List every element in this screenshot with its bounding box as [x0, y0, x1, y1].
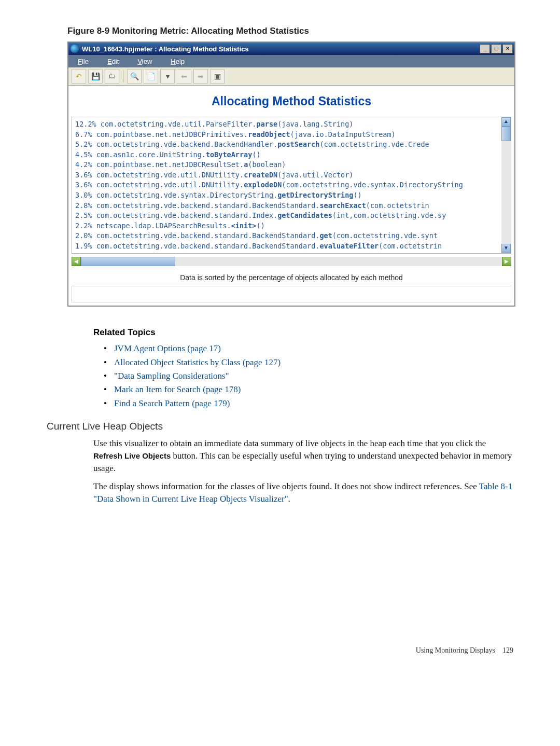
- page-footer: Using Monitoring Displays 129: [0, 543, 560, 670]
- scroll-down-icon[interactable]: ▼: [501, 244, 511, 253]
- stat-row[interactable]: 5.2% com.octetstring.vde.backend.Backend…: [75, 140, 500, 150]
- app-icon: [71, 45, 79, 53]
- scroll-track-vertical[interactable]: [501, 141, 511, 244]
- stat-row[interactable]: 12.2% com.octetstring.vde.util.ParseFilt…: [75, 119, 500, 130]
- menu-help[interactable]: Help: [161, 58, 194, 65]
- stat-row[interactable]: 1.9% com.octetstring.vde.backend.standar…: [75, 241, 500, 252]
- menu-file[interactable]: File: [68, 58, 98, 65]
- related-topics-item: Find a Search Pattern (page 179): [104, 397, 513, 410]
- statistics-list: 12.2% com.octetstring.vde.util.ParseFilt…: [72, 117, 501, 253]
- app-window: WL10_16643.hpjmeter : Allocating Method …: [67, 42, 515, 307]
- forward-icon[interactable]: ➡: [193, 69, 208, 84]
- section-heading: Current Live Heap Objects: [47, 421, 513, 432]
- scroll-thumb-vertical[interactable]: [501, 127, 511, 141]
- figure-caption: Figure 8-9 Monitoring Metric: Allocating…: [67, 26, 513, 36]
- minimize-button[interactable]: _: [480, 44, 490, 53]
- stat-row[interactable]: 2.5% com.octetstring.vde.backend.standar…: [75, 211, 500, 221]
- stat-row[interactable]: 4.5% com.asn1c.core.UnitString.toByteArr…: [75, 150, 500, 160]
- undo-icon[interactable]: ↶: [72, 69, 86, 84]
- related-topics-item: JVM Agent Options (page 17): [104, 342, 513, 355]
- toolbar: ↶ 💾 🗂 🔍 📄 ▾ ⬅ ➡ ▣: [68, 67, 514, 86]
- window-title: WL10_16643.hpjmeter : Allocating Method …: [81, 45, 480, 53]
- stat-row[interactable]: 2.2% netscape.ldap.LDAPSearchResults.<in…: [75, 221, 500, 231]
- content-body: 12.2% com.octetstring.vde.util.ParseFilt…: [72, 117, 511, 254]
- related-link[interactable]: "Data Sampling Considerations": [114, 371, 229, 381]
- scroll-up-icon[interactable]: ▲: [501, 117, 511, 127]
- related-link[interactable]: Find a Search Pattern (page 179): [114, 398, 230, 408]
- filter-icon[interactable]: ▾: [160, 69, 175, 84]
- close-button[interactable]: ×: [502, 44, 513, 53]
- scroll-track-horizontal[interactable]: [81, 257, 502, 266]
- stat-row[interactable]: 3.0% com.octetstring.vde.syntax.Director…: [75, 190, 500, 201]
- stat-row[interactable]: 3.6% com.octetstring.vde.util.DNUtility.…: [75, 180, 500, 190]
- save-all-icon[interactable]: 🗂: [105, 69, 119, 84]
- stat-row[interactable]: 2.8% com.octetstring.vde.backend.standar…: [75, 201, 500, 211]
- related-topics-item: "Data Sampling Considerations": [104, 369, 513, 383]
- related-link[interactable]: JVM Agent Options (page 17): [114, 343, 221, 353]
- related-topics-heading: Related Topics: [93, 327, 513, 338]
- menu-view[interactable]: View: [128, 58, 161, 65]
- collapse-icon[interactable]: ▣: [210, 69, 225, 84]
- scroll-left-icon[interactable]: ◀: [72, 257, 81, 266]
- refresh-live-objects-label: Refresh Live Objects: [93, 451, 171, 460]
- horizontal-scrollbar[interactable]: ◀ ▶: [72, 257, 511, 266]
- related-link[interactable]: Mark an Item for Search (page 178): [114, 384, 241, 394]
- menubar: File Edit View Help: [68, 55, 514, 67]
- window-titlebar: WL10_16643.hpjmeter : Allocating Method …: [68, 43, 514, 55]
- stat-row[interactable]: 3.6% com.octetstring.vde.util.DNUtility.…: [75, 170, 500, 181]
- menu-edit[interactable]: Edit: [98, 58, 128, 65]
- maximize-button[interactable]: □: [491, 44, 501, 53]
- save-icon[interactable]: 💾: [88, 69, 103, 84]
- status-text: Data is sorted by the percentage of obje…: [68, 269, 514, 286]
- stat-row[interactable]: 6.7% com.pointbase.net.netJDBCPrimitives…: [75, 130, 500, 140]
- body-paragraph-1: Use this visualizer to obtain an immedia…: [93, 437, 513, 474]
- scroll-thumb-horizontal[interactable]: [81, 257, 175, 266]
- stat-row[interactable]: 4.2% com.pointbase.net.netJDBCResultSet.…: [75, 160, 500, 170]
- related-topics-list: JVM Agent Options (page 17)Allocated Obj…: [104, 342, 513, 410]
- vertical-scrollbar[interactable]: ▲ ▼: [501, 117, 511, 253]
- related-topics-item: Mark an Item for Search (page 178): [104, 383, 513, 396]
- search-icon[interactable]: 🔍: [127, 69, 142, 84]
- status-bar-empty: [72, 286, 511, 302]
- window-controls: _ □ ×: [480, 44, 514, 53]
- copy-icon[interactable]: 📄: [144, 69, 158, 84]
- body-paragraph-2: The display shows information for the cl…: [93, 480, 513, 505]
- stat-row[interactable]: 2.0% com.octetstring.vde.backend.standar…: [75, 231, 500, 241]
- related-link[interactable]: Allocated Object Statistics by Class (pa…: [114, 357, 281, 367]
- related-topics-item: Allocated Object Statistics by Class (pa…: [104, 356, 513, 369]
- content-title: Allocating Method Statistics: [68, 86, 514, 117]
- back-icon[interactable]: ⬅: [177, 69, 191, 84]
- scroll-right-icon[interactable]: ▶: [502, 257, 511, 266]
- toolbar-separator: [123, 70, 123, 82]
